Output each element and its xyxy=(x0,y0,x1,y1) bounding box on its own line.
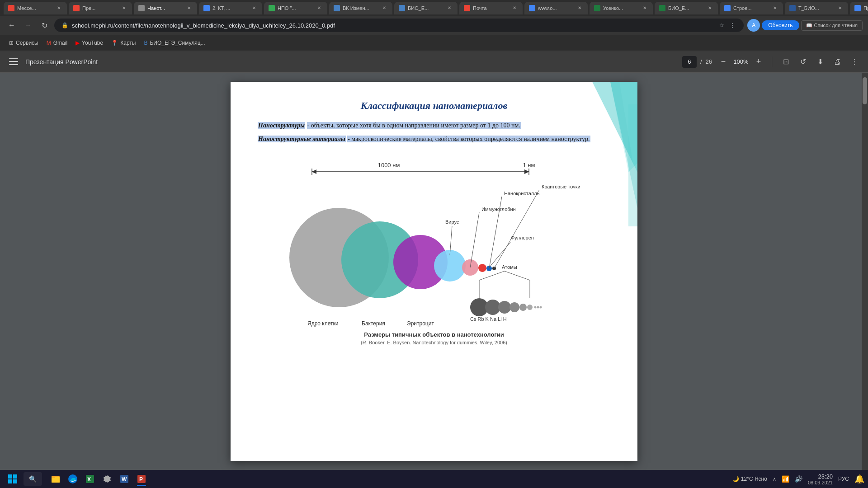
tab-favicon-prese xyxy=(854,5,861,11)
notifications-button[interactable]: 🔔 xyxy=(854,474,864,484)
tab-close-usenko[interactable]: ✕ xyxy=(641,5,648,12)
hamburger-line2 xyxy=(9,61,18,62)
taskbar-word[interactable]: W xyxy=(116,471,132,487)
more-options-button[interactable]: ⋮ xyxy=(848,56,861,68)
powerpoint-icon: P xyxy=(137,474,146,484)
bookmark-servisy[interactable]: ⊞ Сервисы xyxy=(5,38,42,48)
bookmark-youtube[interactable]: ▶ YouTube xyxy=(72,38,107,48)
taskbar: 🔍 X xyxy=(0,470,868,488)
reading-list-icon: 📖 xyxy=(806,23,812,28)
tab-usenko[interactable]: Усенко... ✕ xyxy=(590,2,653,14)
back-button[interactable]: ← xyxy=(5,19,18,32)
tab-close-npo[interactable]: ✕ xyxy=(316,5,323,12)
tab-favicon-kt xyxy=(203,5,210,11)
page-separator: / xyxy=(700,58,702,65)
tab-favicon-vk xyxy=(334,5,340,11)
page-number-input[interactable] xyxy=(682,56,697,68)
tab-close-stroe[interactable]: ✕ xyxy=(771,5,778,12)
tab-tbio[interactable]: Т_БИО... ✕ xyxy=(785,2,848,14)
taskbar-right: 🌙 12°С Ясно ∧ 📶 🔊 23:20 08.09.2021 РУС 🔔 xyxy=(732,473,864,485)
taskbar-explorer[interactable] xyxy=(47,471,64,487)
tab-label-usenko: Усенко... xyxy=(603,5,623,11)
update-button[interactable]: Обновить xyxy=(762,20,799,30)
zoom-out-button[interactable]: − xyxy=(717,56,729,68)
tab-close-tbio[interactable]: ✕ xyxy=(836,5,844,12)
toolbar-separator xyxy=(772,56,772,67)
print-button[interactable]: 🖨 xyxy=(831,56,844,68)
clock-time: 23:20 xyxy=(808,473,833,480)
bookmark-gmail[interactable]: M Gmail xyxy=(43,38,71,48)
taskbar-chevron[interactable]: ∧ xyxy=(773,476,776,482)
tab-close-bio-e2[interactable]: ✕ xyxy=(706,5,713,12)
servisy-icon: ⊞ xyxy=(9,40,14,46)
tab-favicon-pres xyxy=(73,5,80,11)
diagram-container: 1000 нм 1 нм xyxy=(258,154,610,350)
tab-pres[interactable]: Пре... ✕ xyxy=(69,2,132,14)
scrollbar-thumb[interactable] xyxy=(863,77,867,104)
hamburger-line1 xyxy=(9,58,18,59)
language-indicator: РУС xyxy=(838,476,849,482)
tab-prese[interactable]: Презе... ✕ xyxy=(850,2,868,14)
svg-point-28 xyxy=(540,306,542,308)
hamburger-line3 xyxy=(9,64,18,65)
tab-close-bio-e[interactable]: ✕ xyxy=(446,5,453,12)
svg-text:W: W xyxy=(122,476,127,483)
svg-text:1000 нм: 1000 нм xyxy=(378,162,400,169)
tab-favicon-npo xyxy=(269,5,275,11)
star-icon[interactable]: ☆ xyxy=(717,21,726,29)
tab-close-mail[interactable]: ✕ xyxy=(55,5,62,12)
menu-button[interactable] xyxy=(7,56,20,68)
tab-kt[interactable]: 2. КТ, ... ✕ xyxy=(199,2,262,14)
taskbar-edge[interactable] xyxy=(65,471,81,487)
taskbar-search[interactable]: 🔍 xyxy=(24,472,42,486)
taskbar-powerpoint[interactable]: P xyxy=(133,471,150,487)
pdf-page: Классификация наноматериалов Нанострукту… xyxy=(231,82,637,461)
start-button[interactable] xyxy=(4,471,22,487)
tab-pochta[interactable]: Почта ✕ xyxy=(459,2,523,14)
user-profile-button[interactable]: А xyxy=(747,19,760,32)
rotate-button[interactable]: ↺ xyxy=(797,56,809,68)
tab-label-pochta: Почта xyxy=(473,5,487,11)
tab-close-kt[interactable]: ✕ xyxy=(250,5,258,12)
svg-rect-53 xyxy=(13,479,17,483)
taskbar-clock[interactable]: 23:20 08.09.2021 xyxy=(808,473,833,485)
right-controls: А Обновить 📖 Список для чтения xyxy=(747,19,863,32)
tab-bio-e2[interactable]: БИО_Е... ✕ xyxy=(655,2,718,14)
svg-line-41 xyxy=(479,271,505,280)
reading-list-button[interactable]: 📖 Список для чтения xyxy=(801,20,863,31)
tab-bio-e[interactable]: БИО_Е... ✕ xyxy=(394,2,458,14)
tab-stroe[interactable]: Строе... ✕ xyxy=(720,2,783,14)
taskbar-settings[interactable] xyxy=(99,471,115,487)
tab-close-nano[interactable]: ✕ xyxy=(185,5,193,12)
tab-close-pres[interactable]: ✕ xyxy=(120,5,127,12)
tab-favicon-tbio xyxy=(789,5,796,11)
forward-button[interactable]: → xyxy=(22,19,34,32)
tab-close-pochta[interactable]: ✕ xyxy=(511,5,518,12)
pdf-paragraph1: Наноструктуры - объекты, которые хотя бы… xyxy=(258,121,610,131)
tab-vk[interactable]: ВК Измен... ✕ xyxy=(329,2,392,14)
fit-page-button[interactable]: ⊡ xyxy=(779,56,792,68)
svg-text:Эритроцит: Эритроцит xyxy=(407,320,434,327)
bookmark-bio-ege[interactable]: В БИО_ЕГЭ_Симуляц... xyxy=(140,38,208,48)
tab-mail[interactable]: Мессе... ✕ xyxy=(4,2,67,14)
svg-text:Фуллерен: Фуллерен xyxy=(511,235,534,240)
refresh-button[interactable]: ↻ xyxy=(38,19,51,32)
tab-favicon-stroe xyxy=(724,5,731,11)
bookmark-karty[interactable]: 📍 Карты xyxy=(108,38,139,48)
zoom-in-button[interactable]: + xyxy=(753,56,764,68)
maps-icon: 📍 xyxy=(111,40,118,46)
collections-icon[interactable]: ⋮ xyxy=(728,21,736,29)
tab-nano[interactable]: Нанот... ✕ xyxy=(134,2,197,14)
tab-label-tbio: Т_БИО... xyxy=(798,5,819,11)
scrollbar[interactable] xyxy=(862,73,868,470)
tab-www[interactable]: www.о... ✕ xyxy=(524,2,588,14)
pdf-heading: Классификация наноматериалов xyxy=(258,100,610,112)
download-button[interactable]: ⬇ xyxy=(814,56,826,68)
tab-close-vk[interactable]: ✕ xyxy=(381,5,388,12)
svg-marker-8 xyxy=(312,169,316,174)
svg-line-29 xyxy=(470,212,479,267)
address-field[interactable]: 🔒 school.mephi.ru/content/file/nanotehno… xyxy=(54,19,744,32)
tab-npo[interactable]: НПО "... ✕ xyxy=(264,2,327,14)
taskbar-excel[interactable]: X xyxy=(82,471,98,487)
tab-close-www[interactable]: ✕ xyxy=(576,5,583,12)
